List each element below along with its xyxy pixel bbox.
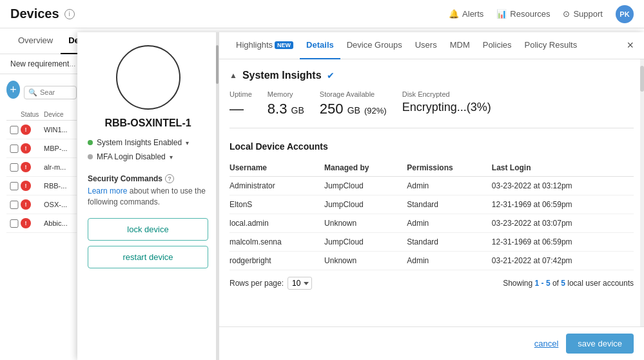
security-commands-desc: Learn more about when to use the followi… (88, 186, 208, 208)
resources-icon: 📊 (496, 9, 507, 19)
cell-permissions: Standard (407, 233, 492, 252)
memory-label: Memory (268, 90, 304, 98)
device-list-header: Status Device (6, 109, 77, 121)
device-list: Status Device ! WIN1... ! MBP-... ! alr-… (6, 109, 77, 233)
cell-permissions: Admin (407, 177, 492, 195)
top-header: Devices i 🔔 Alerts 📊 Resources ⊙ Support… (0, 0, 644, 28)
uptime-label: Uptime (229, 90, 252, 98)
search-input[interactable] (40, 88, 72, 96)
device-name: RBB-... (44, 182, 75, 190)
rows-per-page-label: Rows per page: (229, 279, 284, 288)
col-managed-by: Managed by (324, 159, 407, 177)
cell-managed-by: Unknown (324, 214, 407, 233)
table-row: ! MBP-... (6, 139, 77, 158)
cell-username: local.admin (229, 214, 324, 233)
verified-icon: ✔ (327, 70, 335, 81)
metric-disk-encrypted: Disk Encrypted Encrypting...(3%) (402, 90, 491, 117)
cancel-button[interactable]: cancel (534, 339, 559, 348)
modal-content: ▲ System Insights ✔ Uptime — Memory (219, 59, 644, 326)
error-status: ! (21, 218, 31, 228)
table-row: ! RBB-... (6, 177, 77, 195)
system-insights-section-header: ▲ System Insights ✔ (229, 70, 634, 81)
modal-footer: cancel save device (219, 326, 644, 360)
learn-more-link[interactable]: Learn more (88, 186, 127, 195)
cell-last-login: 03-21-2022 at 07:42pm (492, 252, 634, 270)
close-button[interactable]: × (627, 39, 634, 52)
chevron-down-icon[interactable]: ▾ (186, 139, 189, 146)
info-icon[interactable]: i (64, 9, 75, 19)
row-checkbox[interactable] (8, 163, 21, 172)
lock-device-button[interactable]: lock device (88, 218, 208, 241)
page: Devices i 🔔 Alerts 📊 Resources ⊙ Support… (0, 0, 644, 360)
device-detail-modal: RBB-OSXINTEL-1 System Insights Enabled ▾… (77, 32, 644, 360)
cell-last-login: 12-31-1969 at 06:59pm (492, 195, 634, 214)
system-insights-status-row[interactable]: System Insights Enabled ▾ (88, 138, 208, 147)
cell-managed-by: JumpCloud (324, 233, 407, 252)
main-content: + 🔍 Status Device ! WIN1... (0, 74, 644, 357)
header-right: 🔔 Alerts 📊 Resources ⊙ Support PK (449, 5, 634, 23)
tab-overview[interactable]: Overview (10, 28, 61, 54)
chevron-down-icon[interactable]: ▾ (170, 154, 173, 161)
mfa-status-row[interactable]: MFA Login Disabled ▾ (88, 152, 208, 161)
modal-tabs: Highlights NEW Details Device Groups Use… (219, 32, 644, 59)
avatar[interactable]: PK (616, 5, 634, 23)
device-name: Abbic... (44, 219, 75, 227)
row-checkbox[interactable] (8, 219, 21, 228)
cell-managed-by: JumpCloud (324, 195, 407, 214)
row-checkbox[interactable] (8, 201, 21, 209)
save-device-button[interactable]: save device (566, 334, 634, 354)
cell-permissions: Admin (407, 252, 492, 270)
tab-highlights[interactable]: Highlights NEW (229, 32, 300, 59)
rows-per-page: Rows per page: 10 25 50 (229, 277, 312, 290)
requirement-text: New requirement (10, 59, 69, 68)
system-insights-label: System Insights Enabled (97, 138, 182, 147)
device-name: MBP-... (44, 145, 75, 152)
search-icon: 🔍 (28, 88, 37, 97)
tab-policy-results[interactable]: Policy Results (518, 32, 584, 59)
cell-last-login: 12-31-1969 at 06:59pm (492, 233, 634, 252)
cell-managed-by: Unknown (324, 252, 407, 270)
tab-users[interactable]: Users (409, 32, 444, 59)
col-username: Username (229, 159, 324, 177)
alerts-nav[interactable]: 🔔 Alerts (449, 9, 483, 19)
device-name: alr-m... (44, 163, 75, 171)
disk-value: Encrypting...(3%) (402, 101, 491, 114)
security-commands-section: Security Commands ? Learn more about whe… (88, 174, 208, 208)
col-permissions: Permissions (407, 159, 492, 177)
device-logo-circle (116, 45, 181, 110)
uptime-value: — (229, 101, 252, 117)
local-accounts-title: Local Device Accounts (229, 141, 634, 152)
search-bar: 🔍 (24, 86, 77, 99)
error-status: ! (21, 162, 31, 172)
storage-value: 250 GB (92%) (320, 101, 387, 117)
support-icon: ⊙ (563, 9, 570, 19)
metric-memory: Memory 8.3 GB (268, 90, 304, 117)
row-checkbox[interactable] (8, 145, 21, 153)
tab-policies[interactable]: Policies (476, 32, 518, 59)
table-row: malcolm.senna JumpCloud Standard 12-31-1… (229, 233, 634, 252)
disk-label: Disk Encrypted (402, 90, 491, 98)
tab-mdm[interactable]: MDM (444, 32, 476, 59)
table-row: ! WIN1... (6, 121, 77, 139)
row-checkbox[interactable] (8, 126, 21, 134)
device-name: WIN1... (44, 126, 75, 134)
support-nav[interactable]: ⊙ Support (563, 9, 603, 19)
security-commands-title: Security Commands ? (88, 174, 208, 183)
alerts-label: Alerts (462, 9, 483, 19)
table-row: Administrator JumpCloud Admin 03-23-2022… (229, 177, 634, 195)
metric-uptime: Uptime — (229, 90, 252, 117)
rows-per-page-select[interactable]: 10 25 50 (288, 277, 312, 290)
table-row: EltonS JumpCloud Standard 12-31-1969 at … (229, 195, 634, 214)
error-status: ! (21, 125, 31, 135)
collapse-icon[interactable]: ▲ (229, 71, 237, 80)
header-left: Devices i (10, 6, 75, 21)
resources-nav[interactable]: 📊 Resources (496, 9, 550, 19)
device-display-name: RBB-OSXINTEL-1 (104, 117, 191, 129)
add-device-button[interactable]: + (6, 81, 20, 99)
tab-details[interactable]: Details (300, 32, 340, 59)
tab-device-groups[interactable]: Device Groups (340, 32, 409, 59)
security-info-icon[interactable]: ? (165, 174, 174, 183)
row-checkbox[interactable] (8, 182, 21, 190)
restart-device-button[interactable]: restart device (88, 246, 208, 268)
error-status: ! (21, 199, 31, 210)
